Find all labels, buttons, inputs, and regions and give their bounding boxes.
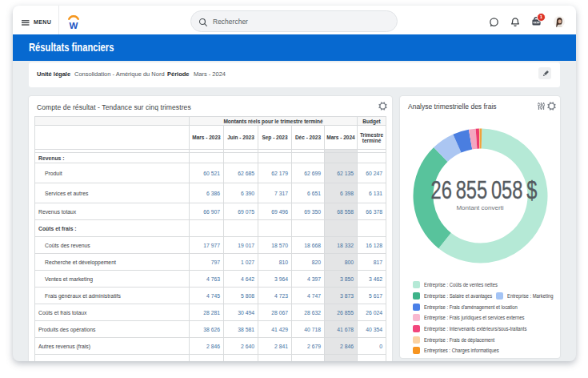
svg-text:W: W bbox=[70, 21, 78, 30]
